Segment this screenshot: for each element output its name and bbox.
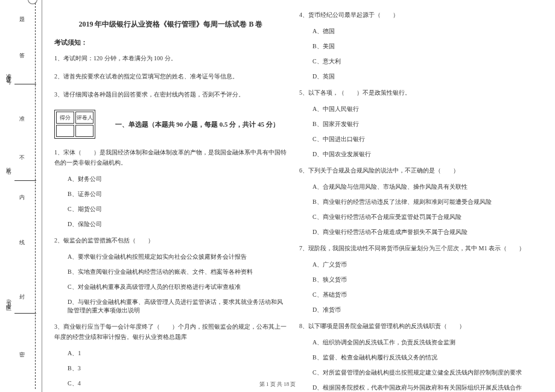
q5-option-a: A、中国人民银行 — [299, 105, 532, 113]
q7-option-d: D、准货币 — [299, 306, 532, 314]
q4-option-a: A、德国 — [299, 27, 532, 36]
q7-option-c: C、基础货币 — [299, 291, 532, 299]
q2-option-b: B、实地查阅银行业金融机构经营活动的账表、文件、档案等各种资料 — [54, 268, 287, 276]
q8-option-a: A、组织协调全国的反洗钱工作，负责反洗钱资金监测 — [299, 338, 532, 347]
field-label-name: 姓名 — [5, 163, 13, 166]
q6-option-c: C、商业银行经营活动不合规应受监管处罚属于合规风险 — [299, 213, 532, 221]
q1-option-c: C、期货公司 — [54, 205, 287, 213]
q5-option-b: B、国家开发银行 — [299, 120, 532, 128]
q8-option-c: C、对所监督管理的金融机构提出按照规定建立健全反洗钱内部控制制度的要求 — [299, 368, 532, 377]
q5-option-c: C、中国进出口银行 — [299, 135, 532, 144]
question-4: 4、货币经纪公司最早起源于（ ） — [299, 10, 532, 20]
q5-option-d: D、中国农业发展银行 — [299, 150, 532, 159]
right-column: 4、货币经纪公司最早起源于（ ） A、德国 B、美国 C、意大利 D、英国 5、… — [293, 6, 538, 392]
q1-option-d: D、保险公司 — [54, 220, 287, 229]
exam-title: 2019 年中级银行从业资格《银行管理》每周一练试卷 B 卷 — [54, 19, 287, 30]
q4-option-d: D、英国 — [299, 72, 532, 81]
q2-option-c: C、对金融机构董事及高级管理人员的任职资格进行考试审查核准 — [54, 283, 287, 291]
field-label-pass: 准考证号 — [5, 69, 13, 77]
field-label-region: 省（市区） — [5, 296, 13, 305]
q3-option-a: A、1 — [54, 349, 287, 358]
page-content: 2019 年中级银行从业资格《银行管理》每周一练试卷 B 卷 考试须知： 1、考… — [48, 6, 543, 392]
grader-header: 评卷人 — [75, 112, 94, 124]
question-1: 1、宋体（ ）是我国经济体制和金融体制改革的产物，是我国金融体系中具有中国特色的… — [54, 147, 287, 168]
notice-item: 2、请首先按要求在试卷的指定位置填写您的姓名、准考证号等信息。 — [54, 71, 287, 81]
pass-no-blank — [14, 66, 36, 84]
q3-option-b: B、3 — [54, 364, 287, 373]
question-3: 3、商业银行应当于每一会计年度终了（ ）个月内，按照银监会的规定，公布其上一年度… — [54, 321, 287, 342]
question-8: 8、以下哪项是国务院金融监督管理机构的反洗钱职责（ ） — [299, 321, 532, 331]
q6-option-d: D、商业银行经营活动不合规造成声誉损失不属于合规风险 — [299, 228, 532, 236]
binding-margin: 题 答 准考证号 准 不 姓名 内 线 封 省（市区） 密 — [0, 0, 42, 392]
q2-option-a: A、要求银行业金融机构按照规定如实向社会公众披露财务会计报告 — [54, 253, 287, 261]
grader-cell — [75, 125, 94, 137]
q7-option-a: A、广义货币 — [299, 261, 532, 269]
name-blank — [14, 163, 36, 181]
q6-option-a: A、合规风险与信用风险、市场风险、操作风险具有关联性 — [299, 183, 532, 191]
question-5: 5、以下各项，（ ）不是政策性银行。 — [299, 87, 532, 98]
score-cell — [56, 125, 74, 137]
region-blank — [14, 296, 36, 314]
question-7: 7、现阶段，我国按流动性不同将货币供应量划分为三个层次，其中 M1 表示（ ） — [299, 243, 532, 253]
page-footer: 第 1 页 共 18 页 — [0, 381, 555, 388]
q1-option-a: A、财务公司 — [54, 175, 287, 183]
section-one-heading: 一、单选题（本题共 90 小题，每题 0.5 分，共计 45 分） — [115, 120, 279, 129]
notice-heading: 考试须知： — [54, 38, 287, 47]
q4-option-b: B、美国 — [299, 42, 532, 51]
q1-option-b: B、证券公司 — [54, 190, 287, 198]
score-table: 得分 评卷人 — [54, 110, 95, 139]
left-column: 2019 年中级银行从业资格《银行管理》每周一练试卷 B 卷 考试须知： 1、考… — [48, 6, 293, 392]
q7-option-b: B、狭义货币 — [299, 276, 532, 284]
question-2: 2、银监会的监管措施不包括（ ） — [54, 235, 287, 245]
seal-line — [35, 3, 36, 389]
notice-item: 3、请仔细阅读各种题目的回答要求，在密封线内答题，否则不予评分。 — [54, 89, 287, 100]
score-header: 得分 — [56, 112, 74, 124]
q2-option-d: D、与银行业金融机构董事、高级管理人员进行监管谈话，要求其就业务活动和风险管理的… — [54, 298, 287, 315]
notice-item: 1、考试时间：120 分钟，本卷满分为 100 分。 — [54, 53, 287, 63]
q4-option-c: C、意大利 — [299, 57, 532, 66]
q8-option-b: B、监督、检查金融机构履行反洗钱义务的情况 — [299, 353, 532, 362]
question-6: 6、下列关于合规及合规风险的说法中，不正确的是（ ） — [299, 165, 532, 175]
q6-option-b: B、商业银行的经营活动违反了法律、规则和准则可能遭受合规风险 — [299, 198, 532, 206]
